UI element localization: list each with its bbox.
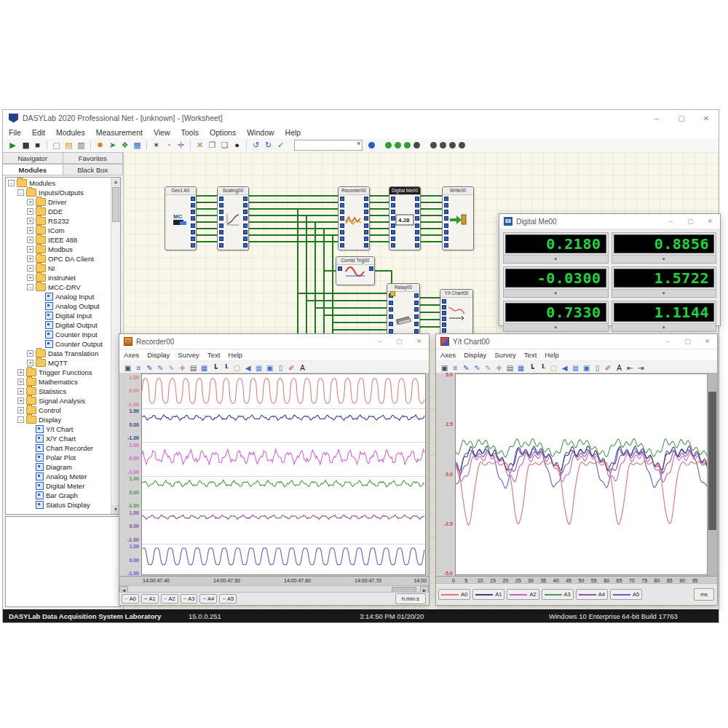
tab-modules[interactable]: Modules <box>3 164 63 175</box>
ytchart-channel-button-a0[interactable]: A0 <box>438 589 470 600</box>
meter-dropdown[interactable]: ▼ <box>504 323 608 331</box>
maximize-button[interactable]: ▢ <box>669 110 694 126</box>
menu-help[interactable]: Help <box>285 128 301 137</box>
minimize-button[interactable]: – <box>644 110 669 126</box>
tab-navigator[interactable]: Navigator <box>3 152 63 164</box>
indicator-dot-icon[interactable] <box>385 142 392 149</box>
paper-icon[interactable]: ▢ <box>232 362 242 374</box>
tree-item-display[interactable]: -Display <box>6 415 111 424</box>
cursor-left-icon[interactable]: ◀ <box>559 362 570 374</box>
meter-dropdown[interactable]: ▼ <box>612 289 716 297</box>
tree-expander-icon[interactable]: + <box>27 237 33 243</box>
zoom-pen-3-icon[interactable]: ✎ <box>166 362 177 374</box>
tree-item-analog-meter[interactable]: Analog Meter <box>6 472 111 481</box>
ytchart-close-button[interactable]: ✕ <box>697 334 717 349</box>
frame-icon[interactable]: ▣ <box>581 362 592 374</box>
ytchart-menu-survey[interactable]: Survey <box>494 351 516 359</box>
check-icon[interactable]: ✓ <box>274 139 287 151</box>
tree-expander-icon[interactable]: + <box>27 227 33 234</box>
meter-dropdown[interactable]: ▼ <box>612 255 716 263</box>
tree-item-mathematics[interactable]: +Mathematics <box>6 377 111 387</box>
tree-expander-icon[interactable]: + <box>27 256 33 262</box>
indicator-dot-icon[interactable] <box>430 142 437 149</box>
tree-item-diagram[interactable]: Diagram <box>6 462 111 472</box>
scroll-thumb[interactable] <box>112 187 119 222</box>
tree-item-driver[interactable]: +Driver <box>6 197 111 207</box>
tree-item-mcc-drv[interactable]: -MCC-DRV <box>6 282 111 292</box>
ytchart-menu-axes[interactable]: Axes <box>440 351 456 359</box>
close-button[interactable]: ✕ <box>694 110 719 126</box>
tree-expander-icon[interactable]: + <box>27 350 33 357</box>
zoom-pen-2-icon[interactable]: ✎ <box>155 362 166 374</box>
grid-icon[interactable]: ▦ <box>570 362 581 374</box>
pause-icon[interactable]: ▮▮ <box>19 139 31 151</box>
tree-item-bar-graph[interactable]: Bar Graph <box>6 491 111 500</box>
tree-expander-icon[interactable]: + <box>17 397 24 404</box>
axes-corner-2-icon[interactable]: ┖ <box>537 362 548 374</box>
worksheet-module-dev1-a0[interactable]: Dev1 A0MC <box>165 186 197 250</box>
tree-expander-icon[interactable]: + <box>27 274 33 281</box>
meter-minimize-button[interactable]: – <box>661 214 681 229</box>
tree-item-counter-output[interactable]: Counter Output <box>6 339 111 349</box>
copy-icon[interactable]: ❐ <box>206 139 218 151</box>
ytchart-menu-help[interactable]: Help <box>545 351 559 359</box>
tree-item-ieee-488[interactable]: +IEEE 488 <box>6 235 111 245</box>
tree-expander-icon[interactable]: + <box>27 360 33 366</box>
tree-expander-icon[interactable]: - <box>8 180 15 186</box>
lines-icon[interactable]: ≡ <box>133 362 144 374</box>
worksheet-module-recorder00[interactable]: Recorder00 <box>338 186 370 250</box>
tab-black-box[interactable]: Black Box <box>63 164 124 175</box>
ytchart-channel-button-a2[interactable]: A2 <box>507 589 539 600</box>
tree-item-rs232[interactable]: +RS232 <box>6 216 111 226</box>
worksheet-select-combo[interactable] <box>294 140 363 151</box>
frame-icon[interactable]: ▣ <box>264 362 275 374</box>
indicator-dot-icon[interactable] <box>414 142 420 149</box>
clock-icon[interactable]: ◔ <box>162 139 175 151</box>
ytchart-vscrollbar[interactable] <box>707 373 717 576</box>
save-display-icon[interactable]: ▤ <box>505 362 515 374</box>
undo-icon[interactable]: ↺ <box>250 139 262 151</box>
paste-icon[interactable]: ❏ <box>218 139 231 151</box>
ytchart-channel-button-a1[interactable]: A1 <box>472 589 505 600</box>
tree-item-chart-recorder[interactable]: Chart Recorder <box>6 443 111 453</box>
meter-maximize-button[interactable]: ▢ <box>681 214 700 229</box>
tree-item-digital-output[interactable]: Digital Output <box>6 320 111 330</box>
probe-icon[interactable]: ✛ <box>175 139 187 151</box>
indicator-dot-icon[interactable] <box>449 142 456 149</box>
menu-tools[interactable]: Tools <box>181 128 199 137</box>
ytchart-channel-button-a4[interactable]: A4 <box>576 589 608 600</box>
tree-expander-icon[interactable]: + <box>17 407 24 414</box>
tab-favorites[interactable]: Favorites <box>63 152 124 164</box>
worksheet-module-y-t-chart00[interactable]: Y/t Chart00 <box>440 289 473 336</box>
disp-setup-icon[interactable]: ▣ <box>122 362 133 374</box>
zoom-pen-2-icon[interactable]: ✎ <box>472 362 483 374</box>
meter-dropdown[interactable]: ▼ <box>612 323 716 331</box>
zoom-pen-icon[interactable]: ✎ <box>144 362 155 374</box>
tree-item-digital-input[interactable]: Digital Input <box>6 311 111 320</box>
tree-item-statistics[interactable]: +Statistics <box>6 387 111 396</box>
recorder-channel-button-a3[interactable]: ~A3 <box>181 594 198 604</box>
tree-item-analog-input[interactable]: Analog Input <box>6 292 111 301</box>
recorder-channel-button-a5[interactable]: ~A5 <box>219 594 237 604</box>
recorder-menu-text[interactable]: Text <box>207 351 220 359</box>
menu-modules[interactable]: Modules <box>56 128 85 137</box>
recorder-channel-button-a0[interactable]: ~A0 <box>122 594 139 604</box>
tree-item-modbus[interactable]: +Modbus <box>6 245 111 254</box>
layout-grid-icon[interactable]: ▦ <box>131 139 143 151</box>
tree-item-counter-input[interactable]: Counter Input <box>6 330 111 339</box>
tree-expander-icon[interactable]: + <box>27 218 33 224</box>
tree-expander-icon[interactable]: - <box>17 189 24 196</box>
tree-expander-icon[interactable]: + <box>27 246 33 253</box>
worksheet-module-scaling00[interactable]: Scaling00 <box>217 186 249 250</box>
delete-icon[interactable]: ✕ <box>194 139 206 151</box>
open-worksheet-icon[interactable]: ▤ <box>63 139 75 151</box>
tree-item-signal-analysis[interactable]: +Signal Analysis <box>6 396 111 405</box>
worksheet-module-combi-trig00[interactable]: Combi Trig00 <box>336 256 375 285</box>
recorder-channel-button-a2[interactable]: ~A2 <box>161 594 178 604</box>
indicator-dot-icon[interactable] <box>368 142 375 149</box>
save-worksheet-icon[interactable]: ▥ <box>75 139 87 151</box>
fit-right-icon[interactable]: ⇥ <box>636 362 646 374</box>
tree-item-y-t-chart[interactable]: Y/t Chart <box>6 424 111 434</box>
worksheet-module-write00[interactable]: Write00 <box>442 186 474 250</box>
cursor-cross-icon[interactable]: ✛ <box>177 362 188 374</box>
